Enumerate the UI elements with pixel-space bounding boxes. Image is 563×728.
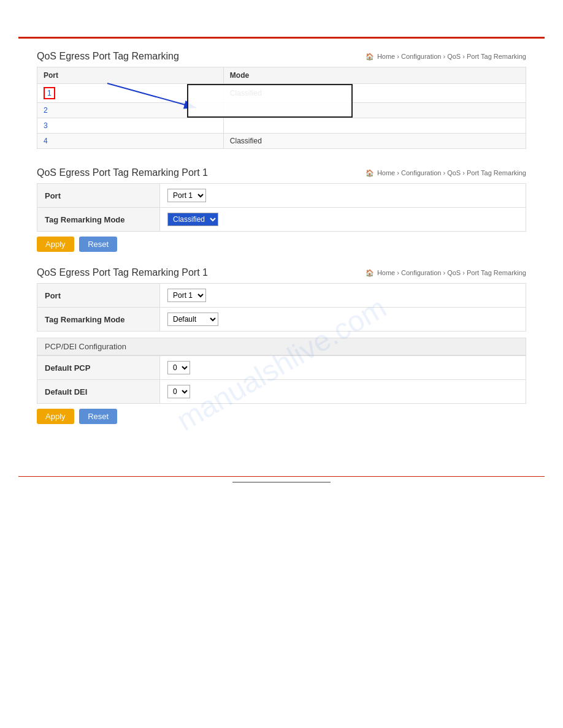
- apply-button-middle[interactable]: Apply: [37, 237, 74, 252]
- default-pcp-select[interactable]: 0 1 2 3 4 5 6 7: [167, 361, 190, 374]
- table-row: 1: [37, 84, 526, 103]
- port-3-mode: [223, 118, 526, 134]
- default-pcp-label: Default PCP: [37, 356, 160, 380]
- port-3-cell: 3: [37, 118, 224, 134]
- middle-breadcrumb: 🏠 Home › Configuration › QoS › Port Tag …: [366, 169, 526, 177]
- table-container: Port Mode 1: [37, 67, 526, 149]
- port-table: Port Mode 1: [37, 67, 526, 149]
- middle-form-table: Port Port 1 Port 2 Port 3 Port 4 Tag Rem…: [37, 183, 526, 232]
- default-dei-row: Default DEI 0 1: [37, 380, 526, 404]
- home-icon-2: 🏠: [366, 169, 374, 176]
- table-row: 4 Classified: [37, 134, 526, 149]
- port-select-middle[interactable]: Port 1 Port 2 Port 3 Port 4: [167, 189, 206, 202]
- bottom-breadcrumb: 🏠 Home › Configuration › QoS › Port Tag …: [366, 269, 526, 277]
- bottom-port-select-cell: Port 1 Port 2 Port 3 Port 4: [160, 284, 526, 308]
- bottom-divider: [18, 476, 545, 477]
- bottom-port-row: Port Port 1 Port 2 Port 3 Port 4: [37, 284, 526, 308]
- bottom-breadcrumb-text: Home › Configuration › QoS › Port Tag Re…: [377, 269, 526, 276]
- port-1-cell: 1: [37, 84, 224, 103]
- top-section: QoS Egress Port Tag Remarking 🏠 Home › C…: [37, 51, 526, 149]
- port-4-mode: Classified: [223, 134, 526, 149]
- default-dei-select-cell: 0 1: [160, 380, 526, 404]
- table-row: 3: [37, 118, 526, 134]
- port-4-cell: 4: [37, 134, 224, 149]
- reset-button-middle[interactable]: Reset: [79, 237, 117, 252]
- bottom-section-wrapper: [0, 476, 563, 483]
- bottom-section-title: QoS Egress Port Tag Remarking Port 1: [37, 267, 208, 278]
- middle-breadcrumb-text: Home › Configuration › QoS › Port Tag Re…: [377, 169, 526, 176]
- port-select-bottom[interactable]: Port 1 Port 2 Port 3 Port 4: [167, 289, 206, 302]
- home-icon: 🏠: [366, 53, 374, 60]
- port-select-cell: Port 1 Port 2 Port 3 Port 4: [160, 184, 526, 208]
- middle-section: QoS Egress Port Tag Remarking Port 1 🏠 H…: [37, 167, 526, 252]
- bottom-section-header: QoS Egress Port Tag Remarking Port 1 🏠 H…: [37, 267, 526, 278]
- port-label: Port: [37, 184, 160, 208]
- pcp-dei-header: PCP/DEI Configuration: [37, 338, 526, 355]
- bottom-tag-mode-label: Tag Remarking Mode: [37, 308, 160, 332]
- middle-btn-row: Apply Reset: [37, 237, 526, 252]
- annotation-box: [187, 84, 353, 118]
- port-4-link[interactable]: 4: [44, 137, 48, 145]
- tag-mode-select-cell: Classified Default Mapped: [160, 208, 526, 232]
- col-mode: Mode: [223, 67, 526, 84]
- bottom-port-label: Port: [37, 284, 160, 308]
- port-2-link[interactable]: 2: [44, 106, 48, 115]
- tag-mode-select-bottom[interactable]: Classified Default Mapped: [167, 313, 218, 326]
- default-pcp-select-cell: 0 1 2 3 4 5 6 7: [160, 356, 526, 380]
- col-port: Port: [37, 67, 224, 84]
- bottom-form-table: Port Port 1 Port 2 Port 3 Port 4 Tag Rem…: [37, 283, 526, 332]
- default-pcp-row: Default PCP 0 1 2 3 4 5 6 7: [37, 356, 526, 380]
- middle-section-header: QoS Egress Port Tag Remarking Port 1 🏠 H…: [37, 167, 526, 178]
- top-breadcrumb: 🏠 Home › Configuration › QoS › Port Tag …: [366, 53, 526, 61]
- bottom-tag-mode-select-cell: Classified Default Mapped: [160, 308, 526, 332]
- default-dei-label: Default DEI: [37, 380, 160, 404]
- bottom-section: QoS Egress Port Tag Remarking Port 1 🏠 H…: [37, 267, 526, 424]
- home-icon-3: 🏠: [366, 269, 374, 276]
- apply-button-bottom[interactable]: Apply: [37, 409, 74, 424]
- bottom-btn-row: Apply Reset: [37, 409, 526, 424]
- bottom-line: [232, 482, 331, 483]
- port-3-link[interactable]: 3: [44, 121, 48, 130]
- top-section-header: QoS Egress Port Tag Remarking 🏠 Home › C…: [37, 51, 526, 62]
- top-section-title: QoS Egress Port Tag Remarking: [37, 51, 179, 62]
- reset-button-bottom[interactable]: Reset: [79, 409, 117, 424]
- tag-mode-label: Tag Remarking Mode: [37, 208, 160, 232]
- pcp-dei-form-table: Default PCP 0 1 2 3 4 5 6 7 Default DEI: [37, 355, 526, 404]
- bottom-tag-mode-row: Tag Remarking Mode Classified Default Ma…: [37, 308, 526, 332]
- port-row: Port Port 1 Port 2 Port 3 Port 4: [37, 184, 526, 208]
- breadcrumb-text: Home › Configuration › QoS › Port Tag Re…: [377, 53, 526, 60]
- port-1-link[interactable]: 1: [47, 89, 52, 97]
- port-1-highlight: 1: [44, 87, 55, 99]
- default-dei-select[interactable]: 0 1: [167, 385, 190, 398]
- middle-section-title: QoS Egress Port Tag Remarking Port 1: [37, 167, 208, 178]
- tag-mode-select-middle[interactable]: Classified Default Mapped: [167, 213, 218, 226]
- tag-mode-row: Tag Remarking Mode Classified Default Ma…: [37, 208, 526, 232]
